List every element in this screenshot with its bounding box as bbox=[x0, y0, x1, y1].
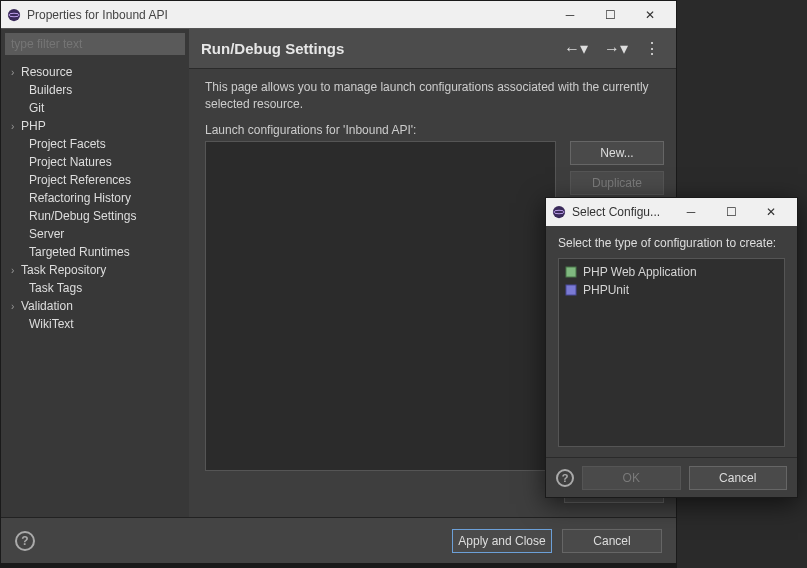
option-label: PHP Web Application bbox=[583, 265, 697, 279]
new-button[interactable]: New... bbox=[570, 141, 664, 165]
option-phpunit[interactable]: PHPUnit bbox=[559, 281, 784, 299]
svg-rect-5 bbox=[566, 285, 576, 295]
tree-item-git[interactable]: Git bbox=[1, 99, 189, 117]
tree-item-refactoring-history[interactable]: Refactoring History bbox=[1, 189, 189, 207]
sidebar: ›Resource Builders Git ›PHP Project Face… bbox=[1, 29, 189, 517]
ok-button: OK bbox=[582, 466, 681, 490]
launch-config-list[interactable] bbox=[205, 141, 556, 471]
sub-minimize-button[interactable]: ─ bbox=[671, 198, 711, 226]
filter-input[interactable] bbox=[5, 33, 185, 55]
sub-cancel-button[interactable]: Cancel bbox=[689, 466, 788, 490]
back-arrow-icon[interactable]: ←▾ bbox=[560, 37, 592, 60]
panel-nav: ←▾ →▾ ⋮ bbox=[560, 37, 664, 60]
tree-item-validation[interactable]: ›Validation bbox=[1, 297, 189, 315]
help-icon[interactable]: ? bbox=[15, 531, 35, 551]
phpunit-icon bbox=[565, 284, 577, 296]
eclipse-icon bbox=[7, 8, 21, 22]
panel-description: This page allows you to manage launch co… bbox=[205, 79, 664, 113]
window-title: Properties for Inbound API bbox=[27, 8, 550, 22]
kebab-menu-icon[interactable]: ⋮ bbox=[640, 37, 664, 60]
duplicate-button: Duplicate bbox=[570, 171, 664, 195]
sub-window-title: Select Configu... bbox=[572, 205, 671, 219]
apply-and-close-button[interactable]: Apply and Close bbox=[452, 529, 552, 553]
option-php-web-application[interactable]: PHP Web Application bbox=[559, 263, 784, 281]
category-tree: ›Resource Builders Git ›PHP Project Face… bbox=[1, 59, 189, 337]
chevron-right-icon: › bbox=[11, 301, 21, 312]
sub-close-button[interactable]: ✕ bbox=[751, 198, 791, 226]
panel-header: Run/Debug Settings ←▾ →▾ ⋮ bbox=[189, 29, 676, 69]
tree-item-project-facets[interactable]: Project Facets bbox=[1, 135, 189, 153]
background-terminal-strip bbox=[0, 564, 677, 568]
tree-item-task-repository[interactable]: ›Task Repository bbox=[1, 261, 189, 279]
tree-item-server[interactable]: Server bbox=[1, 225, 189, 243]
panel-title: Run/Debug Settings bbox=[201, 40, 560, 57]
tree-item-targeted-runtimes[interactable]: Targeted Runtimes bbox=[1, 243, 189, 261]
dialog-footer: ? Apply and Close Cancel bbox=[1, 517, 676, 563]
maximize-button[interactable]: ☐ bbox=[590, 1, 630, 29]
sub-description: Select the type of configuration to crea… bbox=[558, 236, 785, 250]
panel-subhead: Launch configurations for 'Inbound API': bbox=[205, 123, 664, 137]
configuration-type-list: PHP Web Application PHPUnit bbox=[558, 258, 785, 447]
tree-item-project-references[interactable]: Project References bbox=[1, 171, 189, 189]
sub-footer: ? OK Cancel bbox=[546, 457, 797, 497]
minimize-button[interactable]: ─ bbox=[550, 1, 590, 29]
sub-body: Select the type of configuration to crea… bbox=[546, 226, 797, 457]
sub-help-icon[interactable]: ? bbox=[556, 469, 574, 487]
eclipse-icon bbox=[552, 205, 566, 219]
tree-item-project-natures[interactable]: Project Natures bbox=[1, 153, 189, 171]
chevron-right-icon: › bbox=[11, 265, 21, 276]
chevron-right-icon: › bbox=[11, 121, 21, 132]
php-web-icon bbox=[565, 266, 577, 278]
titlebar: Properties for Inbound API ─ ☐ ✕ bbox=[1, 1, 676, 29]
tree-item-task-tags[interactable]: Task Tags bbox=[1, 279, 189, 297]
select-configuration-dialog: Select Configu... ─ ☐ ✕ Select the type … bbox=[545, 197, 798, 498]
svg-point-0 bbox=[8, 8, 20, 20]
forward-arrow-icon[interactable]: →▾ bbox=[600, 37, 632, 60]
close-button[interactable]: ✕ bbox=[630, 1, 670, 29]
option-label: PHPUnit bbox=[583, 283, 629, 297]
tree-item-php[interactable]: ›PHP bbox=[1, 117, 189, 135]
tree-item-builders[interactable]: Builders bbox=[1, 81, 189, 99]
svg-rect-4 bbox=[566, 267, 576, 277]
svg-point-2 bbox=[553, 206, 565, 218]
tree-item-wikitext[interactable]: WikiText bbox=[1, 315, 189, 333]
sub-maximize-button[interactable]: ☐ bbox=[711, 198, 751, 226]
tree-item-resource[interactable]: ›Resource bbox=[1, 63, 189, 81]
chevron-right-icon: › bbox=[11, 67, 21, 78]
tree-item-run-debug-settings[interactable]: Run/Debug Settings bbox=[1, 207, 189, 225]
cancel-button[interactable]: Cancel bbox=[562, 529, 662, 553]
sub-titlebar: Select Configu... ─ ☐ ✕ bbox=[546, 198, 797, 226]
